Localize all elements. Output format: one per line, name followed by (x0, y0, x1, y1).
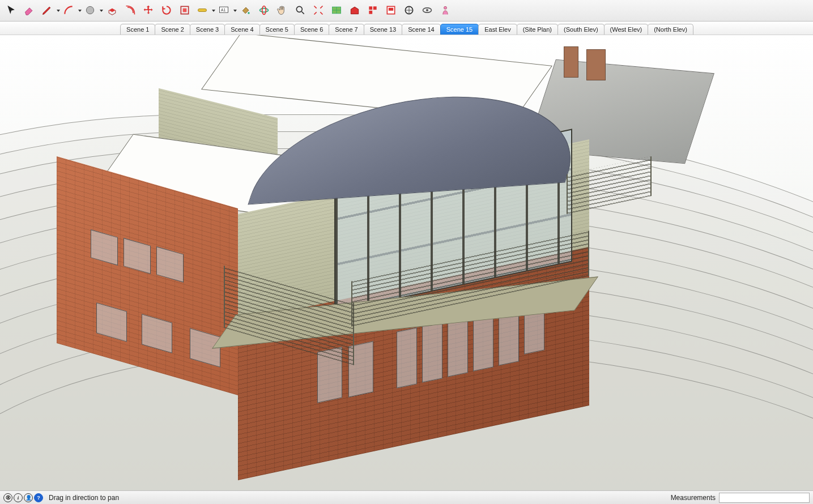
scene-tab-0[interactable]: Scene 1 (120, 24, 155, 35)
svg-rect-15 (389, 7, 393, 10)
pushpull-icon (107, 5, 118, 17)
scene-tab-11[interactable]: (Site Plan) (517, 24, 558, 35)
scale-tool[interactable] (177, 3, 193, 19)
zoom-tool[interactable] (292, 3, 308, 19)
paint-tool[interactable] (238, 3, 254, 19)
scene-tab-6[interactable]: Scene 7 (329, 24, 364, 35)
scene-tab-4[interactable]: Scene 5 (259, 24, 295, 35)
arc-tool[interactable] (61, 3, 80, 19)
text-tool[interactable]: A1 (216, 3, 236, 19)
zoom-icon (295, 5, 306, 17)
layout-icon (385, 5, 397, 17)
eraser-icon (24, 5, 35, 17)
chimney (564, 46, 578, 78)
svg-point-7 (260, 8, 269, 12)
zoomextents-tool[interactable] (310, 3, 326, 19)
rotate-icon (161, 5, 172, 17)
svg-point-6 (248, 12, 249, 14)
scene-tab-2[interactable]: Scene 3 (190, 24, 225, 35)
eye-icon (422, 5, 433, 17)
measurements-input[interactable] (719, 493, 810, 503)
arc-icon (63, 5, 74, 17)
window (422, 322, 442, 383)
scene-tab-7[interactable]: Scene 13 (364, 24, 402, 35)
move-icon (143, 5, 154, 17)
scene-tab-13[interactable]: (West Elev) (604, 24, 649, 35)
model-viewport[interactable] (0, 35, 813, 490)
scene-tab-12[interactable]: (South Elev) (557, 24, 605, 35)
eraser-tool[interactable] (22, 3, 37, 19)
scene-tab-10[interactable]: East Elev (478, 24, 517, 35)
extensions-icon (367, 5, 378, 17)
text-icon: A1 (218, 5, 229, 17)
select-tool[interactable] (3, 3, 19, 19)
scene-tab-5[interactable]: Scene 6 (294, 24, 329, 35)
styles-icon (403, 5, 415, 17)
chimney (586, 49, 606, 80)
svg-rect-13 (369, 10, 372, 14)
scene-tab-14[interactable]: (North Elev) (648, 24, 693, 35)
tape-icon (197, 5, 208, 17)
styles-tool[interactable] (401, 3, 417, 19)
help-icon[interactable]: ? (34, 493, 43, 502)
status-bar: ⦿ i 👤 ? Drag in direction to pan Measure… (0, 490, 813, 504)
map-tool[interactable] (329, 3, 344, 19)
shape-tool[interactable] (83, 3, 102, 19)
tape-tool[interactable] (195, 3, 214, 19)
hand-icon (276, 5, 288, 17)
svg-rect-12 (373, 6, 377, 10)
svg-point-9 (296, 6, 302, 12)
warehouse-tool[interactable] (347, 3, 363, 19)
cursor-icon (6, 5, 17, 17)
svg-point-0 (86, 6, 93, 14)
circle-icon (84, 5, 96, 17)
extensions-tool[interactable] (365, 3, 381, 19)
svg-rect-3 (198, 8, 207, 11)
svg-rect-2 (183, 8, 187, 12)
offset-tool[interactable] (122, 3, 138, 19)
scene-tab-bar: Scene 1Scene 2Scene 3Scene 4Scene 5Scene… (0, 22, 813, 35)
scale-icon (179, 5, 190, 17)
view-tool[interactable] (419, 3, 435, 19)
orbit-icon (258, 5, 270, 17)
status-hint: Drag in direction to pan (49, 494, 671, 502)
user-icon[interactable]: 👤 (24, 493, 33, 502)
rotate-tool[interactable] (159, 3, 174, 19)
window (448, 316, 468, 377)
orbit-tool[interactable] (256, 3, 272, 19)
status-icon-group: ⦿ i 👤 ? (3, 493, 43, 502)
person-icon (440, 5, 451, 17)
scene-tab-9[interactable]: Scene 15 (440, 24, 479, 35)
line-tool[interactable] (40, 3, 59, 19)
svg-point-19 (444, 6, 447, 9)
pushpull-tool[interactable] (104, 3, 120, 19)
svg-rect-11 (369, 6, 372, 10)
map-icon (331, 5, 342, 17)
move-tool[interactable] (141, 3, 156, 19)
pan-tool[interactable] (274, 3, 290, 19)
svg-text:A1: A1 (221, 7, 225, 11)
svg-point-8 (262, 6, 266, 14)
credits-icon[interactable]: i (14, 493, 23, 502)
layout-tool[interactable] (383, 3, 399, 19)
warehouse-icon (349, 5, 360, 17)
paint-icon (240, 5, 252, 17)
svg-point-18 (426, 8, 428, 11)
main-toolbar: A1 (0, 0, 813, 22)
scene-tab-3[interactable]: Scene 4 (224, 24, 259, 35)
zoomextents-icon (313, 5, 324, 17)
scene-tab-1[interactable]: Scene 2 (155, 24, 190, 35)
geolocation-icon[interactable]: ⦿ (3, 493, 12, 502)
measurements-label: Measurements (671, 494, 716, 502)
scene-tab-8[interactable]: Scene 14 (402, 24, 440, 35)
person-tool[interactable] (437, 3, 453, 19)
window (397, 327, 417, 388)
pencil-icon (41, 5, 53, 17)
offset-icon (125, 5, 136, 17)
